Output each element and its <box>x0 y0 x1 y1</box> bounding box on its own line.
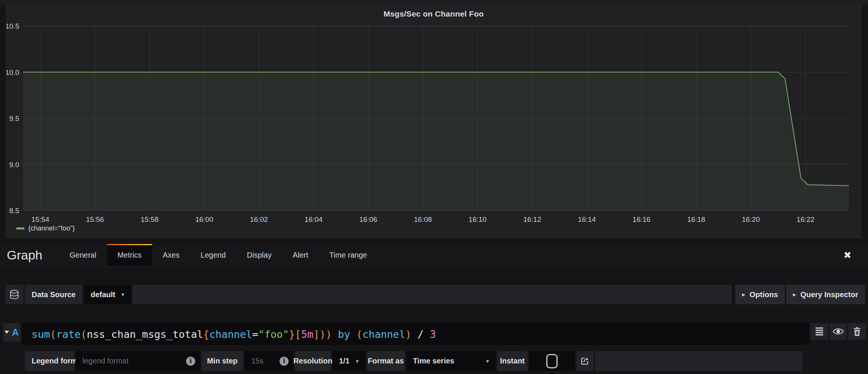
database-icon <box>9 289 20 300</box>
tab-axes[interactable]: Axes <box>152 244 190 266</box>
legend-format-input[interactable] <box>76 357 200 365</box>
query-expression-input[interactable]: sum(rate(nss_chan_msgs_total{channel="fo… <box>22 323 809 345</box>
svg-text:16:08: 16:08 <box>414 215 432 223</box>
svg-text:10.0: 10.0 <box>6 69 19 76</box>
svg-text:16:18: 16:18 <box>687 215 705 223</box>
svg-text:16:00: 16:00 <box>195 215 213 223</box>
datasource-select[interactable]: default ▾ <box>84 285 131 304</box>
tab-time-range[interactable]: Time range <box>319 244 377 266</box>
query-menu-button[interactable] <box>811 323 828 340</box>
svg-text:16:04: 16:04 <box>305 215 323 223</box>
instant-checkbox-cell <box>529 351 575 371</box>
top-strip <box>0 0 868 5</box>
svg-text:16:20: 16:20 <box>742 215 760 223</box>
chevron-right-icon: ▸ <box>793 291 796 298</box>
format-as-select[interactable]: Time series ▾ <box>406 351 496 371</box>
panel-title[interactable]: Msgs/Sec on Channel Foo <box>6 9 861 18</box>
svg-text:15:56: 15:56 <box>86 215 104 223</box>
format-as-value: Time series <box>413 357 454 365</box>
info-icon[interactable]: i <box>280 357 289 366</box>
query-expression-text: sum(rate(nss_chan_msgs_total{channel="fo… <box>32 328 436 340</box>
datasource-label: Data Source <box>25 285 83 304</box>
resolution-value: 1/1 <box>339 357 350 365</box>
resolution-select[interactable]: 1/1 ▾ <box>332 351 365 371</box>
chevron-down-icon: ▾ <box>121 291 124 298</box>
query-collapse-button[interactable]: A <box>3 323 20 341</box>
options-toggle-label: Options <box>750 290 778 299</box>
menu-icon <box>815 327 824 336</box>
instant-checkbox[interactable] <box>546 354 558 368</box>
tab-list: GeneralMetricsAxesLegendDisplayAlertTime… <box>59 244 378 266</box>
datasource-row: Data Source default ▾ ▸ Options ▸ Query … <box>5 285 865 304</box>
svg-text:8.5: 8.5 <box>9 207 19 215</box>
svg-text:15:54: 15:54 <box>31 215 49 223</box>
datasource-selected-value: default <box>91 290 116 299</box>
timeseries-chart[interactable]: 8.59.09.510.010.515:5415:5615:5816:0016:… <box>6 5 861 238</box>
external-link-icon <box>580 356 590 366</box>
min-step-label: Min step <box>202 351 243 371</box>
legend-format-label: Legend format <box>25 351 74 371</box>
svg-text:16:10: 16:10 <box>469 215 487 223</box>
query-inspector-button[interactable]: ▸ Query Inspector <box>786 285 865 304</box>
tab-alert[interactable]: Alert <box>282 244 319 266</box>
datasource-row-filler <box>133 285 732 304</box>
svg-text:9.0: 9.0 <box>9 161 19 169</box>
svg-text:16:02: 16:02 <box>250 215 268 223</box>
svg-text:15:58: 15:58 <box>141 215 159 223</box>
chevron-down-icon: ▾ <box>356 358 359 365</box>
options-row-filler <box>595 351 802 371</box>
close-editor-icon[interactable]: ✖ <box>844 244 851 266</box>
graph-panel: 8.59.09.510.010.515:5415:5615:5816:0016:… <box>6 5 861 238</box>
svg-text:16:14: 16:14 <box>578 215 596 223</box>
panel-editor-tabbar: Graph GeneralMetricsAxesLegendDisplayAle… <box>0 244 868 266</box>
legend-format-field: i <box>76 351 200 371</box>
svg-text:16:06: 16:06 <box>359 215 377 223</box>
instant-label: Instant <box>497 351 527 371</box>
format-as-label: Format as <box>367 351 405 371</box>
min-step-field: i <box>245 351 293 371</box>
query-options-row: Legend format i Min step i Resolution 1/… <box>25 351 802 371</box>
tab-general[interactable]: General <box>59 244 107 266</box>
series-color-dash <box>16 227 24 229</box>
svg-text:16:12: 16:12 <box>523 215 541 223</box>
tab-display[interactable]: Display <box>236 244 282 266</box>
svg-text:16:16: 16:16 <box>633 215 651 223</box>
resolution-label: Resolution <box>295 351 331 371</box>
svg-text:10.5: 10.5 <box>6 22 19 30</box>
query-row: A sum(rate(nss_chan_msgs_total{channel="… <box>3 323 866 345</box>
external-link-button[interactable] <box>576 351 594 371</box>
datasource-icon-button[interactable] <box>5 285 23 304</box>
info-icon[interactable]: i <box>186 357 195 366</box>
eye-icon <box>833 327 844 336</box>
query-delete-button[interactable] <box>848 323 866 340</box>
query-disable-button[interactable] <box>830 323 847 340</box>
panel-type-title: Graph <box>0 244 59 266</box>
chevron-down-icon: ▾ <box>486 358 489 365</box>
tab-legend[interactable]: Legend <box>190 244 237 266</box>
query-ref-id: A <box>12 327 18 338</box>
chevron-right-icon: ▸ <box>742 291 745 298</box>
collapse-caret-icon <box>5 331 9 334</box>
chart-legend: {channel="foo"} <box>16 224 75 232</box>
query-inspector-label: Query Inspector <box>801 290 858 299</box>
options-toggle-button[interactable]: ▸ Options <box>735 285 785 304</box>
svg-text:16:22: 16:22 <box>796 215 815 223</box>
svg-text:9.5: 9.5 <box>9 114 19 122</box>
trash-icon <box>853 327 862 336</box>
tab-metrics[interactable]: Metrics <box>107 244 152 266</box>
series-legend-label[interactable]: {channel="foo"} <box>28 224 75 232</box>
